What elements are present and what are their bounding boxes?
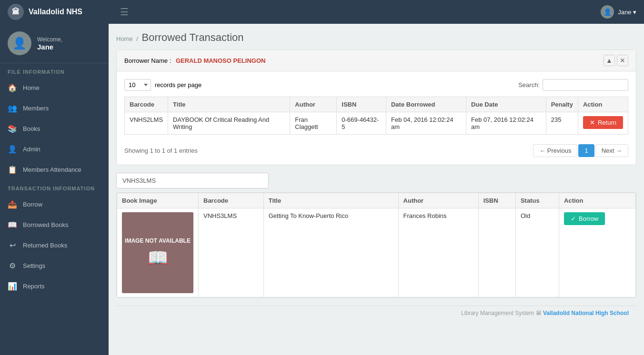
records-per-page-left: 10 25 50 100 records per page	[124, 79, 201, 91]
borrow-button[interactable]: ✓ Borrow	[564, 212, 605, 225]
borrow-label: Borrow	[579, 215, 598, 222]
sidebar-item-borrowed-books[interactable]: 📖 Borrowed Books	[0, 215, 109, 235]
book-image-placeholder: IMAGE NOT AVAILABLE 📖	[122, 212, 193, 293]
sidebar-item-admin[interactable]: 👤 Admin	[0, 139, 109, 159]
card-body: 10 25 50 100 records per page Search:	[117, 71, 636, 165]
sidebar-item-members-label: Members	[23, 105, 49, 112]
return-button[interactable]: ✕ Return	[583, 116, 623, 129]
breadcrumb-separator: /	[136, 35, 138, 42]
page-title: Borrowed Transaction	[142, 31, 244, 43]
borrow-icon: 📤	[8, 200, 17, 209]
top-right-user: 👤 Jane ▾	[601, 5, 636, 19]
pagination: ← Previous 1 Next →	[533, 144, 628, 157]
search-col-author: Author	[398, 193, 478, 208]
borrower-name: GERALD MANOSO PELINGON	[176, 57, 266, 64]
borrow-checkmark-icon: ✓	[571, 215, 576, 222]
return-label: Return	[598, 119, 616, 126]
sidebar-item-home-label: Home	[23, 84, 40, 91]
sidebar-item-reports[interactable]: 📊 Reports	[0, 276, 109, 296]
search-results-card: Book Image Barcode Title Author ISBN Sta…	[116, 192, 636, 298]
records-per-page-label: records per page	[155, 81, 201, 89]
username-dropdown[interactable]: Jane ▾	[618, 9, 636, 16]
col-title: Title	[168, 97, 290, 112]
search-cell-status: Old	[515, 208, 559, 297]
search-cell-barcode: VNHS3LMS	[199, 208, 264, 297]
col-penalty: Penalty	[546, 97, 578, 112]
cell-penalty: 235	[546, 112, 578, 135]
brand-logo-icon: 🏛	[8, 4, 24, 20]
sidebar-item-borrowed-books-label: Borrowed Books	[23, 221, 68, 228]
sidebar-section-file-info: FILE INFORMATION	[0, 63, 109, 78]
records-per-page-select[interactable]: 10 25 50 100	[124, 79, 151, 91]
top-navbar: 🏛 Valladolid NHS ☰ 👤 Jane ▾	[0, 0, 644, 24]
user-avatar-icon: 👤	[601, 5, 614, 19]
sidebar-user-info: Welcome, Jane	[37, 36, 62, 51]
search-col-status: Status	[515, 193, 559, 208]
image-not-available-text: IMAGE NOT AVAILABLE	[125, 237, 191, 244]
sidebar-item-home[interactable]: 🏠 Home	[0, 78, 109, 98]
cell-author: Fran Claggett	[290, 112, 337, 135]
search-card-body: Book Image Barcode Title Author ISBN Sta…	[117, 193, 636, 297]
search-cell-action: ✓ Borrow	[559, 208, 636, 297]
search-results-table: Book Image Barcode Title Author ISBN Sta…	[117, 193, 636, 297]
breadcrumb-home[interactable]: Home	[116, 35, 133, 42]
layout: 👤 Welcome, Jane FILE INFORMATION 🏠 Home …	[0, 24, 644, 355]
card-header: Borrower Name : GERALD MANOSO PELINGON ▲…	[117, 50, 636, 71]
search-input[interactable]	[543, 79, 628, 91]
sidebar-user-section: 👤 Welcome, Jane	[0, 24, 109, 63]
barcode-search-input[interactable]	[116, 173, 269, 188]
sidebar-item-returned-books[interactable]: ↩ Returned Books	[0, 235, 109, 256]
card-header-actions: ▲ ✕	[604, 55, 628, 66]
col-date-borrowed: Date Borrowed	[386, 97, 466, 112]
sidebar-item-admin-label: Admin	[23, 146, 40, 153]
attendance-icon: 📋	[8, 165, 17, 174]
sidebar-item-borrow[interactable]: 📤 Borrow	[0, 194, 109, 215]
sidebar-item-books[interactable]: 📚 Books	[0, 118, 109, 139]
close-button[interactable]: ✕	[617, 55, 628, 66]
search-label: Search:	[518, 81, 540, 89]
hamburger-icon[interactable]: ☰	[116, 2, 132, 21]
footer-school-name: Valladolid National High School	[543, 310, 629, 316]
sidebar-item-settings-label: Settings	[23, 262, 45, 269]
sidebar: 👤 Welcome, Jane FILE INFORMATION 🏠 Home …	[0, 24, 109, 355]
cell-isbn: 0-669-46432-5	[337, 112, 386, 135]
page-1-button[interactable]: 1	[578, 144, 594, 157]
sidebar-item-members-attendance[interactable]: 📋 Members Attendance	[0, 159, 109, 180]
col-author: Author	[290, 97, 337, 112]
book-image-icon: 📖	[147, 248, 169, 268]
brand-name: Valladolid NHS	[29, 8, 82, 16]
col-due-date: Due Date	[466, 97, 546, 112]
search-col-isbn: ISBN	[478, 193, 515, 208]
sidebar-item-settings[interactable]: ⚙ Settings	[0, 256, 109, 276]
breadcrumb: Home / Borrowed Transaction	[116, 31, 636, 44]
col-barcode: Barcode	[125, 97, 168, 112]
sidebar-section-transaction: TRANSACTION INFORMATION	[0, 180, 109, 194]
sidebar-item-borrow-label: Borrow	[23, 201, 42, 208]
books-icon: 📚	[8, 124, 17, 133]
collapse-button[interactable]: ▲	[604, 55, 615, 66]
sidebar-item-reports-label: Reports	[23, 283, 45, 290]
footer-icon: 🏛	[536, 310, 542, 316]
sidebar-welcome-label: Welcome,	[37, 36, 62, 43]
borrowed-books-icon: 📖	[8, 220, 17, 229]
next-button[interactable]: Next →	[595, 144, 628, 157]
search-table-header: Book Image Barcode Title Author ISBN Sta…	[117, 193, 636, 208]
settings-icon: ⚙	[8, 261, 17, 270]
search-right: Search:	[518, 79, 628, 91]
sidebar-item-members[interactable]: 👥 Members	[0, 98, 109, 118]
sidebar-username: Jane	[37, 43, 62, 51]
table-controls: 10 25 50 100 records per page Search:	[124, 79, 628, 91]
cell-due-date: Feb 07, 2016 12:02:24 am	[466, 112, 546, 135]
footer-library-label: Library Management System	[461, 310, 534, 316]
showing-info: Showing 1 to 1 of 1 entries	[124, 147, 198, 154]
search-cell-title: Getting To Know-Puerto Rico	[263, 208, 398, 297]
search-cell-isbn	[478, 208, 515, 297]
borrowed-books-table: Barcode Title Author ISBN Date Borrowed …	[124, 97, 628, 135]
cell-barcode: VNHS2LMS	[125, 112, 168, 135]
barcode-search-section	[116, 173, 636, 188]
search-table-body: IMAGE NOT AVAILABLE 📖 VNHS3LMS Getting T…	[117, 208, 636, 297]
search-col-barcode: Barcode	[199, 193, 264, 208]
footer: Library Management System 🏛 Valladolid N…	[116, 306, 636, 320]
prev-button[interactable]: ← Previous	[533, 144, 577, 157]
table-body: VNHS2LMS DAYBOOK Of Critical Reading And…	[125, 112, 628, 135]
